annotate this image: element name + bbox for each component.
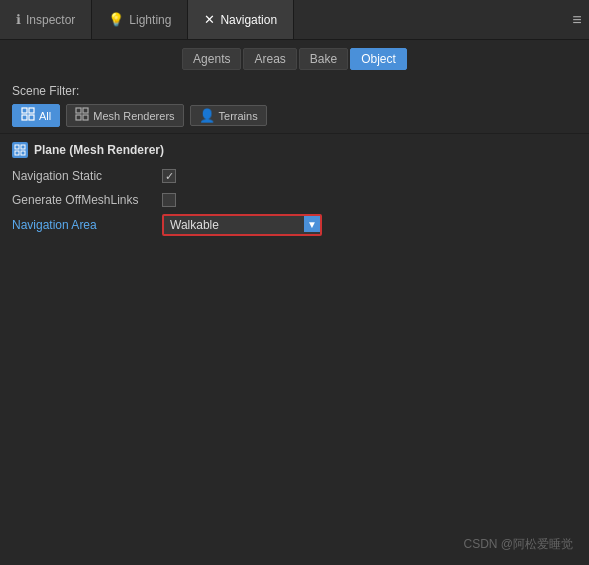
inspector-icon: ℹ: [16, 12, 21, 27]
svg-rect-2: [22, 115, 27, 120]
offmesh-checkbox[interactable]: [162, 193, 176, 207]
svg-rect-11: [21, 151, 25, 155]
filter-terrains-label: Terrains: [219, 110, 258, 122]
scene-filter-section: Scene Filter: All: [0, 78, 589, 133]
filter-btn-all[interactable]: All: [12, 104, 60, 127]
filter-row: All Mesh Renderers: [12, 104, 577, 127]
sub-tab-bar: Agents Areas Bake Object: [0, 40, 589, 78]
svg-rect-4: [76, 108, 81, 113]
navigation-static-checkbox[interactable]: [162, 169, 176, 183]
lighting-icon: 💡: [108, 12, 124, 27]
prop-row-offmesh: Generate OffMeshLinks: [12, 190, 577, 210]
navigation-static-value: [162, 169, 577, 183]
tab-inspector[interactable]: ℹ Inspector: [0, 0, 92, 39]
filter-mesh-label: Mesh Renderers: [93, 110, 174, 122]
svg-rect-5: [83, 108, 88, 113]
svg-rect-8: [15, 145, 19, 149]
object-properties-section: Plane (Mesh Renderer) Navigation Static …: [0, 133, 589, 248]
tab-lighting[interactable]: 💡 Lighting: [92, 0, 188, 39]
offmesh-value: [162, 193, 577, 207]
object-header: Plane (Mesh Renderer): [12, 142, 577, 158]
prop-row-nav-area: Navigation Area Walkable ▼: [12, 214, 577, 236]
nav-area-value: Walkable ▼: [162, 214, 577, 236]
filter-terrain-icon: 👤: [199, 108, 215, 123]
prop-row-navigation-static: Navigation Static: [12, 166, 577, 186]
tab-navigation-label: Navigation: [220, 13, 277, 27]
sub-tab-bake[interactable]: Bake: [299, 48, 348, 70]
navigation-icon: ✕: [204, 12, 215, 27]
svg-rect-1: [29, 108, 34, 113]
filter-btn-mesh[interactable]: Mesh Renderers: [66, 104, 183, 127]
tab-inspector-label: Inspector: [26, 13, 75, 27]
unity-navigation-window: ℹ Inspector 💡 Lighting ✕ Navigation ≡ Ag…: [0, 0, 589, 565]
filter-mesh-icon: [75, 107, 89, 124]
tab-navigation[interactable]: ✕ Navigation: [188, 0, 294, 39]
watermark-area: CSDN @阿松爱睡觉: [0, 248, 589, 565]
sub-tab-areas[interactable]: Areas: [243, 48, 296, 70]
dropdown-arrow-icon: ▼: [304, 216, 320, 232]
svg-rect-10: [15, 151, 19, 155]
scene-filter-label: Scene Filter:: [12, 84, 577, 98]
nav-area-dropdown[interactable]: Walkable ▼: [162, 214, 322, 236]
filter-btn-terrains[interactable]: 👤 Terrains: [190, 105, 267, 126]
svg-rect-6: [76, 115, 81, 120]
filter-all-label: All: [39, 110, 51, 122]
watermark-text: CSDN @阿松爱睡觉: [463, 536, 573, 553]
object-header-label: Plane (Mesh Renderer): [34, 143, 164, 157]
content-row: Agents Areas Bake Object Scene Filter:: [0, 40, 589, 565]
tab-menu-button[interactable]: ≡: [565, 0, 589, 39]
tab-bar: ℹ Inspector 💡 Lighting ✕ Navigation ≡: [0, 0, 589, 40]
object-header-icon: [12, 142, 28, 158]
navigation-static-label: Navigation Static: [12, 169, 162, 183]
filter-all-icon: [21, 107, 35, 124]
nav-area-dropdown-value: Walkable: [170, 218, 314, 232]
main-content: Agents Areas Bake Object Scene Filter:: [0, 40, 589, 565]
svg-rect-0: [22, 108, 27, 113]
sub-tab-agents[interactable]: Agents: [182, 48, 241, 70]
tab-spacer: [294, 0, 565, 39]
svg-rect-7: [83, 115, 88, 120]
nav-area-label: Navigation Area: [12, 218, 162, 232]
svg-rect-9: [21, 145, 25, 149]
sub-tab-object[interactable]: Object: [350, 48, 407, 70]
tab-lighting-label: Lighting: [129, 13, 171, 27]
offmesh-label: Generate OffMeshLinks: [12, 193, 162, 207]
svg-rect-3: [29, 115, 34, 120]
